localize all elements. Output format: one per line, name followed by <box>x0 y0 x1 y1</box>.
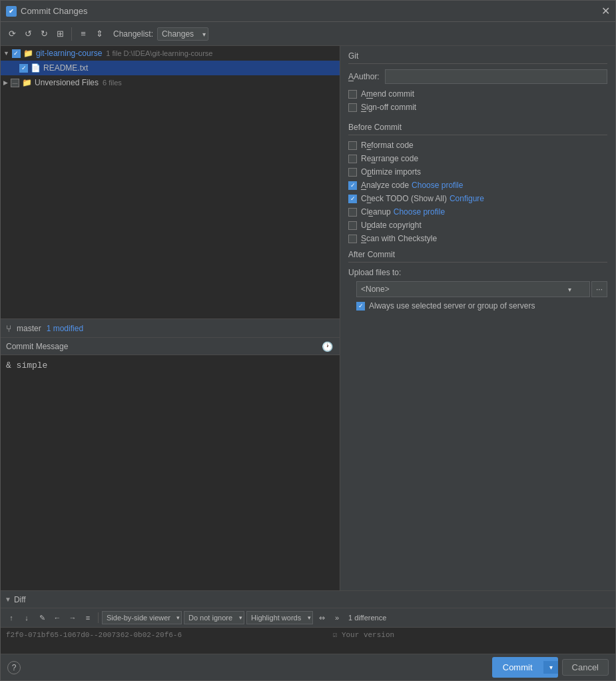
diff-count: 1 difference <box>348 614 386 622</box>
checkstyle-label[interactable]: Scan with Checkstyle <box>361 234 437 243</box>
ignore-dropdown[interactable]: Do not ignore <box>184 611 244 624</box>
cleanup-label[interactable]: Cleanup <box>361 207 391 217</box>
diff-content: f2f0-071bf65-1067d0--2007362-0b02-20f6-6… <box>1 628 615 654</box>
bottom-buttons: Commit ▾ Cancel <box>492 657 609 678</box>
signoff-commit-row: Sign-off commit <box>348 103 607 112</box>
todo-configure-link[interactable]: Configure <box>450 194 484 203</box>
always-use-row: Always use selected server or group of s… <box>356 301 607 311</box>
unversioned-label[interactable]: Unversioned Files <box>35 78 99 87</box>
diff-collapse-arrow[interactable]: ▼ <box>5 596 11 603</box>
upload-more-button[interactable]: ··· <box>591 281 607 297</box>
unversioned-checkbox[interactable] <box>11 79 19 87</box>
root-label[interactable]: git-learning-course <box>36 49 102 58</box>
optimize-label[interactable]: Optimize imports <box>361 167 421 177</box>
toolbar: ⟳ ↺ ↻ ⊞ ≡ ⇕ Changelist: Changes <box>1 22 615 46</box>
viewer-dropdown-wrapper: Side-by-side viewer <box>102 611 182 624</box>
commit-dropdown-arrow[interactable]: ▾ <box>543 661 558 674</box>
collapse-button[interactable]: ⇕ <box>92 27 107 41</box>
root-meta: 1 file D:\IDEA\git-learning-course <box>106 49 212 57</box>
diff-your-version-label: ☑ <box>333 631 338 639</box>
branch-icon: ⑂ <box>6 323 11 334</box>
commit-changes-window: ✔ Commit Changes ✕ ⟳ ↺ ↻ ⊞ ≡ ⇕ Changelis… <box>0 0 616 681</box>
upload-control-row: <None> ▾ ··· <box>356 281 607 297</box>
left-panel: ▼ 📁 git-learning-course 1 file D:\IDEA\g… <box>1 46 340 590</box>
after-commit-header: After Commit <box>348 250 607 263</box>
expand-button[interactable]: ≡ <box>76 27 91 41</box>
diff-back-button[interactable]: ← <box>51 611 64 624</box>
unversioned-folder-icon: 📁 <box>22 78 32 87</box>
signoff-label[interactable]: Sign-off commit <box>361 103 416 112</box>
commit-message-label: Commit Message <box>6 342 68 351</box>
diff-settings-button[interactable]: ≡ <box>81 611 95 624</box>
commit-main-button[interactable]: Commit <box>492 660 543 675</box>
reformat-checkbox[interactable] <box>348 141 357 150</box>
branch-name: master <box>17 324 41 333</box>
tree-root-item[interactable]: ▼ 📁 git-learning-course 1 file D:\IDEA\g… <box>1 46 340 61</box>
cancel-button[interactable]: Cancel <box>562 659 609 676</box>
title-bar: ✔ Commit Changes ✕ <box>1 1 615 22</box>
rearrange-checkbox[interactable] <box>348 155 357 163</box>
todo-checkbox[interactable] <box>348 195 357 203</box>
help-button[interactable]: ? <box>7 661 21 674</box>
commit-message-area: Commit Message 🕐 <box>1 337 340 590</box>
root-checkbox[interactable] <box>12 49 21 58</box>
before-commit-header: Before Commit <box>348 123 607 135</box>
diff-down-button[interactable]: ↓ <box>20 611 33 624</box>
changelist-dropdown[interactable]: Changes <box>157 27 208 41</box>
rearrange-label[interactable]: Rearrange code <box>361 154 418 163</box>
status-bar: ⑂ master 1 modified <box>1 319 340 337</box>
bottom-bar: ? Commit ▾ Cancel <box>1 654 615 680</box>
diff-edit-button[interactable]: ✎ <box>35 611 49 624</box>
readme-item[interactable]: 📄 README.txt <box>1 61 340 75</box>
diff-forward-button[interactable]: → <box>66 611 79 624</box>
analyze-checkbox[interactable] <box>348 181 357 190</box>
history-button[interactable]: 🕐 <box>320 339 334 354</box>
refresh-button[interactable]: ⟳ <box>5 27 19 41</box>
amend-checkbox[interactable] <box>348 90 357 99</box>
diff-sync-button[interactable]: ⇔ <box>315 611 328 624</box>
file-tree[interactable]: ▼ 📁 git-learning-course 1 file D:\IDEA\g… <box>1 46 340 319</box>
commit-button[interactable]: Commit ▾ <box>492 657 558 678</box>
copyright-label[interactable]: Update copyright <box>361 221 422 230</box>
analyze-profile-link[interactable]: Choose profile <box>412 181 463 190</box>
diff-more-button[interactable]: » <box>330 611 344 624</box>
readme-checkbox[interactable] <box>19 64 28 73</box>
reformat-label[interactable]: Reformat code <box>361 141 414 150</box>
changelist-wrapper: Changes <box>154 27 208 41</box>
cleanup-checkbox[interactable] <box>348 208 357 217</box>
always-use-label[interactable]: Always use selected server or group of s… <box>369 301 535 311</box>
cleanup-profile-link[interactable]: Choose profile <box>394 207 445 217</box>
undo-button[interactable]: ↺ <box>21 27 35 41</box>
todo-label[interactable]: Check TODO (Show All) <box>361 194 447 203</box>
signoff-checkbox[interactable] <box>348 103 357 112</box>
optimize-row: Optimize imports <box>348 167 607 177</box>
checkstyle-checkbox[interactable] <box>348 235 357 243</box>
group-button[interactable]: ⊞ <box>53 27 67 41</box>
unversioned-arrow: ▶ <box>3 79 8 86</box>
author-input[interactable] <box>385 69 607 84</box>
optimize-checkbox[interactable] <box>348 168 357 177</box>
app-icon: ✔ <box>6 6 17 17</box>
analyze-row: Analyze code Choose profile <box>348 181 607 190</box>
upload-dropdown[interactable]: <None> <box>356 281 590 297</box>
file-icon: 📄 <box>31 63 41 73</box>
reformat-row: Reformat code <box>348 141 607 150</box>
commit-message-input[interactable] <box>1 355 340 590</box>
changelist-label: Changelist: <box>113 29 153 39</box>
checkstyle-row: Scan with Checkstyle <box>348 234 607 243</box>
close-button[interactable]: ✕ <box>601 7 610 16</box>
always-use-checkbox[interactable] <box>356 302 365 311</box>
copyright-checkbox[interactable] <box>348 221 357 230</box>
readme-label[interactable]: README.txt <box>43 63 88 73</box>
viewer-dropdown[interactable]: Side-by-side viewer <box>102 611 182 624</box>
diff-up-button[interactable]: ↑ <box>5 611 18 624</box>
main-area: ▼ 📁 git-learning-course 1 file D:\IDEA\g… <box>1 46 615 590</box>
cleanup-row: Cleanup Choose profile <box>348 207 607 217</box>
unversioned-item[interactable]: ▶ 📁 Unversioned Files 6 files <box>1 75 340 90</box>
copyright-row: Update copyright <box>348 221 607 230</box>
redo-button[interactable]: ↻ <box>37 27 51 41</box>
analyze-label[interactable]: Analyze code <box>361 181 409 190</box>
amend-label[interactable]: Amend commit <box>361 89 414 99</box>
upload-dropdown-wrapper: <None> ▾ <box>356 281 590 297</box>
highlight-dropdown[interactable]: Highlight words <box>246 611 313 624</box>
